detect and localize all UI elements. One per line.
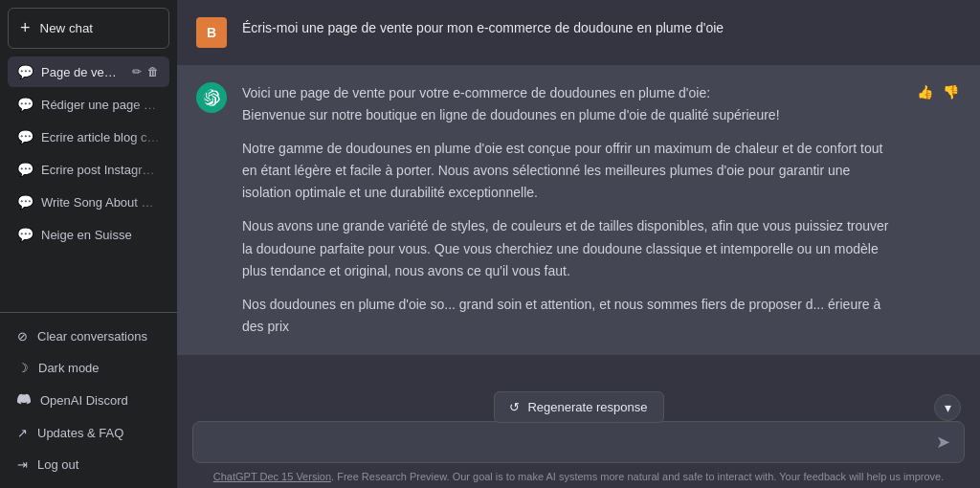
chat-icon-3: 💬: [17, 129, 33, 144]
logout-button[interactable]: ⇥ Log out: [8, 449, 169, 480]
logout-label: Log out: [37, 457, 78, 472]
message-actions: 👍 👎: [915, 82, 961, 101]
conversation-item-5[interactable]: 💬 Write Song About Geekworke: [8, 187, 169, 217]
dark-mode-button[interactable]: ☽ Dark mode: [8, 352, 169, 384]
conversation-actions: ✏ 🗑: [131, 64, 160, 79]
logout-icon: ⇥: [17, 457, 28, 472]
chat-input[interactable]: [205, 432, 926, 453]
chat-icon-4: 💬: [17, 162, 33, 177]
assistant-message: Voici une page de vente pour votre e-com…: [177, 65, 980, 355]
dark-mode-label: Dark mode: [38, 361, 100, 375]
faq-label: Updates & FAQ: [37, 426, 123, 440]
regenerate-icon: ↺: [509, 400, 520, 414]
delete-conversation-button[interactable]: 🗑: [146, 64, 160, 79]
faq-button[interactable]: ↗ Updates & FAQ: [8, 417, 169, 449]
conversation-item-4[interactable]: 💬 Ecrire post Instagram sur les: [8, 154, 169, 185]
response-para-1: Bienvenue sur notre boutique en ligne de…: [242, 104, 900, 126]
response-para-2: Notre gamme de doudounes en plume d'oie …: [242, 138, 900, 204]
plus-icon: +: [20, 18, 31, 38]
chevron-down-icon: ▾: [945, 400, 951, 415]
chat-icon: 💬: [17, 64, 33, 79]
user-message-content: Écris-moi une page de vente pour mon e-c…: [242, 17, 961, 39]
input-box: ➤: [192, 421, 965, 463]
thumbs-down-button[interactable]: 👎: [941, 82, 961, 101]
clear-label: Clear conversations: [37, 329, 147, 344]
user-avatar: B: [196, 17, 227, 48]
discord-label: OpenAI Discord: [40, 393, 128, 408]
footer-text-rest: . Free Research Preview. Our goal is to …: [331, 471, 944, 482]
response-para-4: Nos doudounes en plume d'oie so... grand…: [242, 294, 900, 338]
chat-icon-6: 💬: [17, 227, 33, 242]
edit-conversation-button[interactable]: ✏: [131, 64, 143, 79]
conversation-item-3[interactable]: 💬 Ecrire article blog chocolat s: [8, 122, 169, 152]
conversation-item-active[interactable]: 💬 Page de vente doudou ✏ 🗑: [8, 56, 169, 87]
discord-button[interactable]: OpenAI Discord: [8, 384, 169, 417]
new-chat-button[interactable]: + New chat: [8, 8, 169, 49]
assistant-message-header: Voici une page de vente pour votre e-com…: [242, 82, 900, 104]
regenerate-label: Regenerate response: [527, 400, 647, 414]
clear-conversations-button[interactable]: ⊘ Clear conversations: [8, 321, 169, 352]
conversation-item-2[interactable]: 💬 Rédiger une page de vente p: [8, 89, 169, 120]
external-link-icon: ↗: [17, 426, 28, 440]
conversation-label: Page de vente doudou: [41, 65, 123, 79]
new-chat-label: New chat: [40, 21, 94, 35]
footer-link[interactable]: ChatGPT Dec 15 Version: [213, 471, 331, 482]
chat-icon-5: 💬: [17, 194, 33, 210]
main-content: B Écris-moi une page de vente pour mon e…: [177, 0, 980, 488]
sidebar-top: + New chat 💬 Page de vente doudou ✏ 🗑 💬 …: [0, 0, 177, 312]
thumbs-up-button[interactable]: 👍: [915, 82, 935, 101]
scroll-down-button[interactable]: ▾: [934, 394, 961, 421]
discord-icon: [17, 392, 31, 409]
chat-icon-2: 💬: [17, 97, 33, 112]
sidebar-bottom: ⊘ Clear conversations ☽ Dark mode OpenAI…: [0, 312, 177, 488]
response-para-3: Nous avons une grande variété de styles,…: [242, 215, 900, 281]
footer: ChatGPT Dec 15 Version. Free Research Pr…: [177, 467, 980, 488]
chat-messages: B Écris-moi une page de vente pour mon e…: [177, 0, 980, 413]
assistant-response-body: Bienvenue sur notre boutique en ligne de…: [242, 104, 900, 338]
regenerate-popup[interactable]: ↺ Regenerate response: [493, 391, 663, 423]
user-message: B Écris-moi une page de vente pour mon e…: [177, 0, 980, 65]
moon-icon: ☽: [17, 361, 29, 375]
conversations-list: 💬 Page de vente doudou ✏ 🗑 💬 Rédiger une…: [8, 56, 169, 250]
conversation-item-6[interactable]: 💬 Neige en Suisse: [8, 219, 169, 250]
send-button[interactable]: ➤: [934, 430, 952, 455]
clear-icon: ⊘: [17, 329, 28, 344]
sidebar: + New chat 💬 Page de vente doudou ✏ 🗑 💬 …: [0, 0, 177, 488]
assistant-avatar: [196, 82, 227, 113]
assistant-message-wrapper: Voici une page de vente pour votre e-com…: [242, 82, 900, 338]
